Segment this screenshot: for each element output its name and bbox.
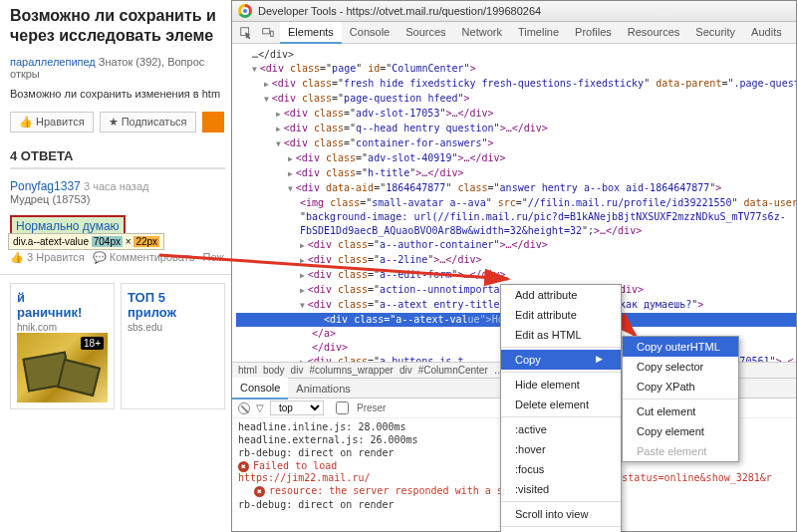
age-badge: 18+	[81, 337, 104, 350]
tooltip-width: 704px	[92, 236, 123, 247]
tab-network[interactable]: Network	[454, 22, 510, 44]
devtools-tabs: ElementsConsoleSourcesNetworkTimelinePro…	[280, 22, 790, 44]
answer-comment[interactable]: 💬 Комментировать	[93, 251, 195, 264]
cards-row: й раничник! hnik.com 18+ ТОП 5 прилож sb…	[10, 283, 225, 409]
webpage-panel: Возможно ли сохранить и через исследоват…	[0, 0, 234, 532]
answer-actions: 👍 3 Нравится 💬 Комментировать Пож	[10, 251, 225, 264]
devtools-toolbar: ElementsConsoleSourcesNetworkTimelinePro…	[232, 22, 796, 44]
dom-line[interactable]: <div class="container-for-answers">	[236, 136, 796, 151]
card-2-src: sbs.edu	[128, 322, 218, 333]
menu-item[interactable]: Add attribute	[501, 285, 621, 305]
crumb[interactable]: #ColumnCenter	[418, 365, 488, 376]
tab-resources[interactable]: Resources	[620, 22, 688, 44]
answers-header: 4 ОТВЕТА	[10, 148, 225, 169]
inspect-icon[interactable]	[236, 24, 256, 42]
crumb[interactable]: div	[291, 365, 304, 376]
submenu-item[interactable]: Copy element	[623, 421, 738, 441]
separator	[0, 274, 233, 275]
answer-rank: Мудрец (18753)	[10, 193, 225, 205]
tab-audits[interactable]: Audits	[743, 22, 790, 44]
question-title: Возможно ли сохранить и через исследоват…	[10, 6, 225, 46]
card-2[interactable]: ТОП 5 прилож sbs.edu	[121, 283, 225, 409]
subscribe-label: Подписаться	[122, 116, 187, 128]
menu-item[interactable]: :active	[501, 419, 621, 439]
tooltip-height: 22px	[133, 236, 159, 247]
dom-line[interactable]: FbSDE1Dd9aecB_AQuaoBVO0Ar8Bw&width=32&he…	[236, 224, 796, 238]
dom-line[interactable]: <div class="a--2line">…</div>	[236, 253, 796, 268]
orange-button[interactable]	[202, 112, 224, 133]
dom-line[interactable]: <div data-aid="1864647877" class="answer…	[236, 181, 796, 196]
answer-like[interactable]: 👍 3 Нравится	[10, 251, 85, 264]
devtools-titlebar: Developer Tools - https://otvet.mail.ru/…	[232, 1, 796, 22]
chrome-icon	[238, 4, 252, 18]
dom-line[interactable]: <div class="a--edit-form">…</div>	[236, 268, 796, 283]
like-button[interactable]: 👍 Нравится	[10, 112, 94, 133]
answer-time: 3 часа назад	[84, 180, 148, 192]
submenu-item[interactable]: Copy selector	[623, 357, 738, 377]
answer-report[interactable]: Пож	[202, 251, 223, 264]
context-submenu[interactable]: Copy outerHTMLCopy selectorCopy XPathCut…	[622, 336, 739, 462]
device-icon[interactable]	[258, 24, 278, 42]
card-1-photo: 18+	[17, 333, 108, 402]
menu-item[interactable]: Delete element	[501, 395, 621, 414]
submenu-item[interactable]: Cut element	[623, 401, 738, 421]
card-1[interactable]: й раничник! hnik.com 18+	[10, 283, 115, 409]
menu-item[interactable]: :visited	[501, 479, 621, 499]
card-1-src: hnik.com	[17, 322, 108, 333]
menu-item[interactable]: :focus	[501, 459, 621, 479]
drawer-tab-animations[interactable]: Animations	[288, 379, 358, 399]
context-menu[interactable]: Add attributeEdit attributeEdit as HTMLC…	[500, 284, 622, 532]
question-meta: параллелепипед Знаток (392), Вопрос откр…	[10, 56, 225, 80]
question-subtitle: Возможно ли сохранить изменения в htm	[10, 88, 225, 100]
devtools-title-text: Developer Tools - https://otvet.mail.ru/…	[258, 5, 541, 17]
dom-line[interactable]: …</div>	[236, 48, 796, 62]
preserve-checkbox[interactable]	[336, 401, 349, 414]
answer-author[interactable]: Ponyfag1337	[10, 179, 81, 193]
tooltip-selector: div.a--atext-value	[13, 236, 89, 247]
tab-console[interactable]: Console	[342, 22, 398, 44]
card-1-title: й раничник!	[17, 290, 108, 320]
dom-line[interactable]: <div class="a--author-container">…</div>	[236, 238, 796, 253]
dom-line[interactable]: <div class="h-title">…</div>	[236, 166, 796, 181]
card-2-title: ТОП 5 прилож	[128, 290, 218, 320]
tab-elements[interactable]: Elements	[280, 22, 342, 44]
dom-line[interactable]: <div class="adv-slot-17053">…</div>	[236, 107, 796, 122]
answer-block: Ponyfag1337 3 часа назад Мудрец (18753) …	[10, 179, 225, 264]
submenu-item[interactable]: Copy outerHTML	[623, 337, 738, 357]
funnel-icon[interactable]: ▽	[256, 402, 264, 413]
svg-rect-2	[271, 31, 274, 36]
inspect-tooltip: div.a--atext-value 704px × 22px	[8, 233, 164, 250]
question-actions: 👍 Нравится ★ Подписаться	[10, 112, 225, 133]
dom-line[interactable]: <div class="fresh hide fixedsticky fresh…	[236, 77, 796, 92]
menu-item[interactable]: :hover	[501, 439, 621, 459]
clear-console-icon[interactable]	[238, 402, 250, 414]
svg-rect-1	[263, 28, 270, 33]
menu-item[interactable]: Hide element	[501, 375, 621, 395]
subscribe-button[interactable]: ★ Подписаться	[100, 112, 196, 133]
context-select[interactable]: top	[270, 400, 324, 415]
submenu-item[interactable]: Paste element	[623, 441, 738, 461]
submenu-item[interactable]: Copy XPath	[623, 377, 738, 397]
menu-item[interactable]: Edit as HTML	[501, 325, 621, 345]
drawer-tab-console[interactable]: Console	[232, 378, 288, 399]
question-author[interactable]: параллелепипед	[10, 56, 96, 68]
dom-line[interactable]: <div class="q--head hentry question">…</…	[236, 122, 796, 136]
dom-line[interactable]: <div class="adv-slot-40919">…</div>	[236, 151, 796, 166]
crumb[interactable]: body	[263, 365, 285, 376]
tab-security[interactable]: Security	[687, 22, 743, 44]
crumb[interactable]: html	[238, 365, 257, 376]
menu-item[interactable]: Copy	[501, 350, 621, 370]
menu-item[interactable]: Edit attribute	[501, 305, 621, 325]
crumb[interactable]: div	[399, 365, 412, 376]
tab-sources[interactable]: Sources	[398, 22, 453, 44]
preserve-label: Preser	[357, 402, 386, 413]
dom-line[interactable]: <img class="small-avatar a--ava" src="//…	[236, 196, 796, 210]
like-label: Нравится	[36, 116, 85, 128]
crumb[interactable]: #columns_wrapper	[309, 365, 394, 376]
dom-line[interactable]: <div class="page-question hfeed">	[236, 92, 796, 107]
menu-item[interactable]: Scroll into view	[501, 504, 621, 524]
tab-timeline[interactable]: Timeline	[510, 22, 567, 44]
dom-line[interactable]: "background-image: url(//filin.mail.ru/p…	[236, 210, 796, 224]
tab-profiles[interactable]: Profiles	[567, 22, 620, 44]
dom-line[interactable]: <div class="page" id="ColumnCenter">	[236, 62, 796, 77]
